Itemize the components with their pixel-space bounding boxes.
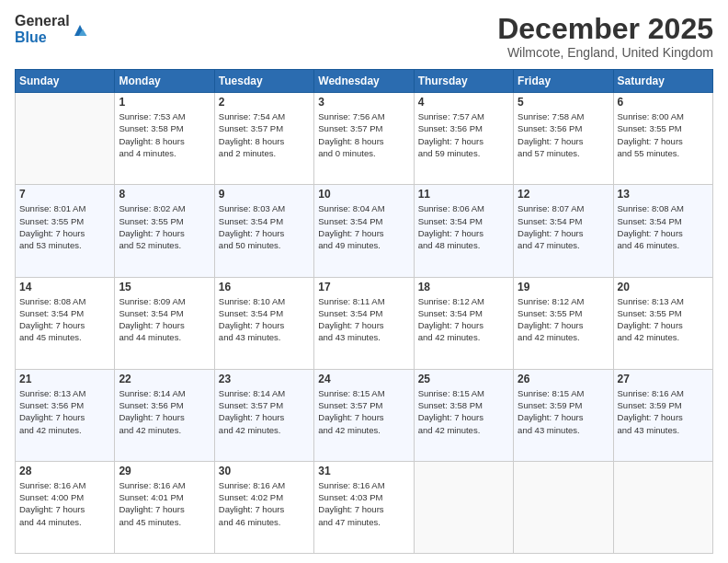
day-info: Sunrise: 8:10 AM Sunset: 3:54 PM Dayligh… xyxy=(219,295,310,344)
day-info: Sunrise: 7:54 AM Sunset: 3:57 PM Dayligh… xyxy=(219,110,310,159)
calendar-day-cell xyxy=(16,93,115,185)
day-of-week-header: Tuesday xyxy=(214,70,313,93)
calendar-day-cell: 18Sunrise: 8:12 AM Sunset: 3:54 PM Dayli… xyxy=(414,277,513,369)
calendar-day-cell: 11Sunrise: 8:06 AM Sunset: 3:54 PM Dayli… xyxy=(414,185,513,277)
day-info: Sunrise: 8:00 AM Sunset: 3:55 PM Dayligh… xyxy=(618,110,709,159)
day-number: 3 xyxy=(318,96,409,109)
location: Wilmcote, England, United Kingdom xyxy=(497,45,713,60)
day-info: Sunrise: 8:08 AM Sunset: 3:54 PM Dayligh… xyxy=(618,202,709,251)
calendar-week-row: 28Sunrise: 8:16 AM Sunset: 4:00 PM Dayli… xyxy=(16,461,713,553)
day-number: 20 xyxy=(618,281,709,293)
logo: General Blue xyxy=(15,13,88,45)
calendar-day-cell: 20Sunrise: 8:13 AM Sunset: 3:55 PM Dayli… xyxy=(613,277,712,369)
day-info: Sunrise: 8:03 AM Sunset: 3:54 PM Dayligh… xyxy=(219,202,310,251)
day-number: 10 xyxy=(318,188,409,201)
day-info: Sunrise: 7:58 AM Sunset: 3:56 PM Dayligh… xyxy=(518,110,609,159)
day-number: 27 xyxy=(618,373,709,385)
calendar-day-cell: 4Sunrise: 7:57 AM Sunset: 3:56 PM Daylig… xyxy=(414,93,513,185)
day-number: 25 xyxy=(418,373,509,385)
calendar-day-cell: 29Sunrise: 8:16 AM Sunset: 4:01 PM Dayli… xyxy=(115,461,214,553)
calendar-day-cell: 15Sunrise: 8:09 AM Sunset: 3:54 PM Dayli… xyxy=(115,277,214,369)
calendar-day-cell xyxy=(613,461,712,553)
calendar-day-cell: 3Sunrise: 7:56 AM Sunset: 3:57 PM Daylig… xyxy=(314,93,414,185)
day-number: 8 xyxy=(119,188,210,201)
day-of-week-header: Wednesday xyxy=(314,70,414,93)
day-number: 11 xyxy=(418,188,509,201)
calendar-day-cell: 8Sunrise: 8:02 AM Sunset: 3:55 PM Daylig… xyxy=(115,185,214,277)
day-info: Sunrise: 8:09 AM Sunset: 3:54 PM Dayligh… xyxy=(119,295,210,344)
calendar-day-cell: 7Sunrise: 8:01 AM Sunset: 3:55 PM Daylig… xyxy=(16,185,115,277)
day-info: Sunrise: 8:16 AM Sunset: 4:03 PM Dayligh… xyxy=(318,479,409,528)
day-number: 16 xyxy=(219,281,310,293)
logo-icon xyxy=(72,22,88,39)
day-info: Sunrise: 8:07 AM Sunset: 3:54 PM Dayligh… xyxy=(518,202,609,251)
day-number: 21 xyxy=(19,373,110,385)
day-info: Sunrise: 8:15 AM Sunset: 3:58 PM Dayligh… xyxy=(418,387,509,436)
day-number: 13 xyxy=(618,188,709,201)
calendar-day-cell: 9Sunrise: 8:03 AM Sunset: 3:54 PM Daylig… xyxy=(214,185,313,277)
day-of-week-header: Saturday xyxy=(613,70,712,93)
day-number: 26 xyxy=(518,373,609,385)
day-info: Sunrise: 8:16 AM Sunset: 3:59 PM Dayligh… xyxy=(618,387,709,436)
day-info: Sunrise: 8:14 AM Sunset: 3:56 PM Dayligh… xyxy=(119,387,210,436)
day-info: Sunrise: 8:15 AM Sunset: 3:57 PM Dayligh… xyxy=(318,387,409,436)
day-info: Sunrise: 7:53 AM Sunset: 3:58 PM Dayligh… xyxy=(119,110,210,159)
calendar-day-cell: 25Sunrise: 8:15 AM Sunset: 3:58 PM Dayli… xyxy=(414,369,513,461)
day-info: Sunrise: 8:04 AM Sunset: 3:54 PM Dayligh… xyxy=(318,202,409,251)
day-number: 28 xyxy=(19,465,110,477)
calendar-day-cell: 12Sunrise: 8:07 AM Sunset: 3:54 PM Dayli… xyxy=(514,185,613,277)
calendar-week-row: 21Sunrise: 8:13 AM Sunset: 3:56 PM Dayli… xyxy=(16,369,713,461)
calendar-day-cell: 14Sunrise: 8:08 AM Sunset: 3:54 PM Dayli… xyxy=(16,277,115,369)
calendar-day-cell: 5Sunrise: 7:58 AM Sunset: 3:56 PM Daylig… xyxy=(514,93,613,185)
month-title: December 2025 xyxy=(497,13,713,45)
calendar-day-cell: 24Sunrise: 8:15 AM Sunset: 3:57 PM Dayli… xyxy=(314,369,414,461)
header: General Blue December 2025 Wilmcote, Eng… xyxy=(15,13,713,60)
calendar-table: SundayMondayTuesdayWednesdayThursdayFrid… xyxy=(15,69,713,554)
day-number: 12 xyxy=(518,188,609,201)
day-of-week-header: Friday xyxy=(514,70,613,93)
calendar-day-cell: 10Sunrise: 8:04 AM Sunset: 3:54 PM Dayli… xyxy=(314,185,414,277)
day-info: Sunrise: 8:13 AM Sunset: 3:56 PM Dayligh… xyxy=(19,387,110,436)
calendar-week-row: 14Sunrise: 8:08 AM Sunset: 3:54 PM Dayli… xyxy=(16,277,713,369)
header-right: December 2025 Wilmcote, England, United … xyxy=(497,13,713,60)
day-info: Sunrise: 8:02 AM Sunset: 3:55 PM Dayligh… xyxy=(119,202,210,251)
day-number: 6 xyxy=(618,96,709,109)
calendar-day-cell: 17Sunrise: 8:11 AM Sunset: 3:54 PM Dayli… xyxy=(314,277,414,369)
day-number: 4 xyxy=(418,96,509,109)
day-number: 30 xyxy=(219,465,310,477)
day-number: 15 xyxy=(119,281,210,293)
day-info: Sunrise: 7:56 AM Sunset: 3:57 PM Dayligh… xyxy=(318,110,409,159)
calendar-day-cell: 23Sunrise: 8:14 AM Sunset: 3:57 PM Dayli… xyxy=(214,369,313,461)
day-number: 14 xyxy=(19,281,110,293)
calendar-week-row: 7Sunrise: 8:01 AM Sunset: 3:55 PM Daylig… xyxy=(16,185,713,277)
day-number: 7 xyxy=(19,188,110,201)
calendar-day-cell: 16Sunrise: 8:10 AM Sunset: 3:54 PM Dayli… xyxy=(214,277,313,369)
calendar-day-cell xyxy=(514,461,613,553)
calendar-week-row: 1Sunrise: 7:53 AM Sunset: 3:58 PM Daylig… xyxy=(16,93,713,185)
logo-blue-text: Blue xyxy=(15,29,70,46)
calendar-day-cell: 28Sunrise: 8:16 AM Sunset: 4:00 PM Dayli… xyxy=(16,461,115,553)
day-of-week-header: Thursday xyxy=(414,70,513,93)
day-number: 9 xyxy=(219,188,310,201)
day-number: 5 xyxy=(518,96,609,109)
day-of-week-header: Sunday xyxy=(16,70,115,93)
day-number: 24 xyxy=(318,373,409,385)
day-info: Sunrise: 7:57 AM Sunset: 3:56 PM Dayligh… xyxy=(418,110,509,159)
day-number: 17 xyxy=(318,281,409,293)
calendar-day-cell: 27Sunrise: 8:16 AM Sunset: 3:59 PM Dayli… xyxy=(613,369,712,461)
header-row: SundayMondayTuesdayWednesdayThursdayFrid… xyxy=(16,70,713,93)
calendar-day-cell: 1Sunrise: 7:53 AM Sunset: 3:58 PM Daylig… xyxy=(115,93,214,185)
calendar-day-cell xyxy=(414,461,513,553)
day-number: 2 xyxy=(219,96,310,109)
calendar-day-cell: 26Sunrise: 8:15 AM Sunset: 3:59 PM Dayli… xyxy=(514,369,613,461)
day-of-week-header: Monday xyxy=(115,70,214,93)
day-info: Sunrise: 8:16 AM Sunset: 4:00 PM Dayligh… xyxy=(19,479,110,528)
calendar-day-cell: 6Sunrise: 8:00 AM Sunset: 3:55 PM Daylig… xyxy=(613,93,712,185)
day-info: Sunrise: 8:14 AM Sunset: 3:57 PM Dayligh… xyxy=(219,387,310,436)
logo-general-text: General xyxy=(15,13,70,29)
calendar-day-cell: 13Sunrise: 8:08 AM Sunset: 3:54 PM Dayli… xyxy=(613,185,712,277)
day-info: Sunrise: 8:12 AM Sunset: 3:54 PM Dayligh… xyxy=(418,295,509,344)
day-info: Sunrise: 8:12 AM Sunset: 3:55 PM Dayligh… xyxy=(518,295,609,344)
day-info: Sunrise: 8:08 AM Sunset: 3:54 PM Dayligh… xyxy=(19,295,110,344)
page: General Blue December 2025 Wilmcote, Eng… xyxy=(0,0,728,563)
